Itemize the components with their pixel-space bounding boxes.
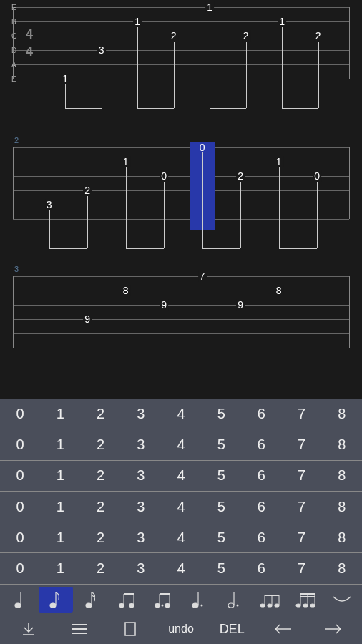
fret-note[interactable]: 2: [242, 30, 250, 42]
fret-note[interactable]: 3: [45, 199, 54, 210]
delete-button[interactable]: DEL: [210, 616, 255, 642]
arrow-right-button[interactable]: [311, 616, 356, 642]
fret-note[interactable]: 1: [205, 1, 214, 13]
undo-button[interactable]: undo: [158, 616, 203, 642]
duration-eighth-pair[interactable]: [110, 587, 145, 613]
fret-note[interactable]: 7: [198, 270, 207, 282]
fret-key[interactable]: 3: [121, 399, 161, 429]
fret-note[interactable]: 0: [198, 142, 207, 153]
measure[interactable]: 232100210: [7, 136, 355, 243]
beam: [65, 108, 102, 109]
fret-note[interactable]: 0: [313, 170, 321, 182]
fret-key[interactable]: 0: [0, 492, 40, 522]
fret-key[interactable]: 3: [121, 522, 161, 552]
duration-triplet[interactable]: [253, 587, 288, 613]
duration-half-dotted[interactable]: [217, 587, 252, 613]
menu-button[interactable]: [57, 616, 102, 642]
fret-note[interactable]: 9: [160, 299, 168, 311]
fret-note[interactable]: 8: [275, 285, 283, 296]
fret-note[interactable]: 2: [314, 30, 323, 42]
fret-key[interactable]: 2: [80, 399, 120, 429]
fret-key[interactable]: 1: [40, 492, 80, 522]
fret-key[interactable]: 7: [282, 492, 322, 522]
fret-key[interactable]: 3: [121, 553, 161, 583]
fret-key[interactable]: 6: [241, 553, 281, 583]
fret-key[interactable]: 5: [201, 492, 241, 522]
fret-key[interactable]: 8: [322, 461, 362, 491]
fret-key[interactable]: 3: [121, 492, 161, 522]
fret-note[interactable]: 1: [133, 16, 142, 27]
hide-keyboard-button[interactable]: [6, 616, 51, 642]
fret-note[interactable]: 3: [97, 44, 106, 56]
fret-key[interactable]: 4: [161, 429, 201, 459]
fret-note[interactable]: 9: [83, 313, 92, 325]
fret-note[interactable]: 9: [236, 299, 245, 311]
fret-key[interactable]: 7: [282, 522, 322, 552]
fret-key[interactable]: 4: [161, 553, 201, 583]
fret-key[interactable]: 4: [161, 399, 201, 429]
duration-quarter-dotted[interactable]: [182, 587, 216, 613]
fret-key[interactable]: 6: [241, 429, 281, 459]
measure[interactable]: 3989798: [7, 265, 355, 343]
fret-key[interactable]: 4: [161, 522, 201, 552]
fret-key[interactable]: 0: [0, 553, 40, 583]
fret-key[interactable]: 8: [322, 553, 362, 583]
fret-key[interactable]: 2: [80, 429, 120, 459]
fret-key[interactable]: 5: [201, 399, 241, 429]
fret-key[interactable]: 6: [241, 522, 281, 552]
string-label: E: [11, 4, 16, 11]
fret-key[interactable]: 1: [40, 522, 80, 552]
fret-key[interactable]: 0: [0, 429, 40, 459]
fret-note[interactable]: 1: [122, 156, 130, 167]
fret-note[interactable]: 1: [278, 16, 286, 27]
fret-key[interactable]: 0: [0, 522, 40, 552]
fret-key[interactable]: 2: [80, 522, 120, 552]
fret-key[interactable]: 3: [121, 429, 161, 459]
fret-key[interactable]: 6: [241, 492, 281, 522]
svg-point-11: [155, 604, 160, 608]
fret-key[interactable]: 6: [241, 461, 281, 491]
fret-key[interactable]: 8: [322, 492, 362, 522]
fret-key[interactable]: 6: [241, 399, 281, 429]
fret-key[interactable]: 7: [282, 461, 322, 491]
fret-key[interactable]: 5: [201, 429, 241, 459]
fret-key[interactable]: 5: [201, 461, 241, 491]
duration-quarter[interactable]: [3, 587, 37, 613]
duration-sixteenth[interactable]: [74, 587, 109, 613]
svg-point-32: [310, 604, 315, 607]
duration-eighth[interactable]: [39, 587, 73, 613]
fret-note[interactable]: 2: [236, 170, 245, 182]
fret-note[interactable]: 1: [61, 73, 69, 84]
fret-note[interactable]: 0: [160, 170, 168, 182]
fret-key[interactable]: 7: [282, 429, 322, 459]
fret-key[interactable]: 7: [282, 553, 322, 583]
fret-key[interactable]: 2: [80, 492, 120, 522]
fret-key[interactable]: 2: [80, 553, 120, 583]
fret-key[interactable]: 4: [161, 461, 201, 491]
duration-eighth-dotted[interactable]: [146, 587, 180, 613]
bar-button[interactable]: [107, 616, 152, 642]
fret-key[interactable]: 4: [161, 492, 201, 522]
fret-note[interactable]: 1: [275, 156, 283, 167]
fret-note[interactable]: 8: [122, 285, 130, 296]
fret-key[interactable]: 1: [40, 461, 80, 491]
fret-note[interactable]: 2: [170, 30, 178, 42]
fret-key[interactable]: 0: [0, 461, 40, 491]
arrow-left-button[interactable]: [260, 616, 305, 642]
fret-key[interactable]: 0: [0, 399, 40, 429]
fret-key[interactable]: 8: [322, 522, 362, 552]
fret-key[interactable]: 7: [282, 399, 322, 429]
duration-tie[interactable]: [325, 587, 359, 613]
measure[interactable]: EBGDAE4413121212: [7, 7, 355, 114]
fret-key[interactable]: 5: [201, 522, 241, 552]
fret-key[interactable]: 1: [40, 429, 80, 459]
fret-note[interactable]: 2: [83, 185, 92, 196]
fret-key[interactable]: 1: [40, 399, 80, 429]
duration-triplet16[interactable]: [289, 587, 323, 613]
fret-key[interactable]: 8: [322, 399, 362, 429]
fret-key[interactable]: 3: [121, 461, 161, 491]
fret-key[interactable]: 5: [201, 553, 241, 583]
fret-key[interactable]: 2: [80, 461, 120, 491]
fret-key[interactable]: 8: [322, 429, 362, 459]
fret-key[interactable]: 1: [40, 553, 80, 583]
